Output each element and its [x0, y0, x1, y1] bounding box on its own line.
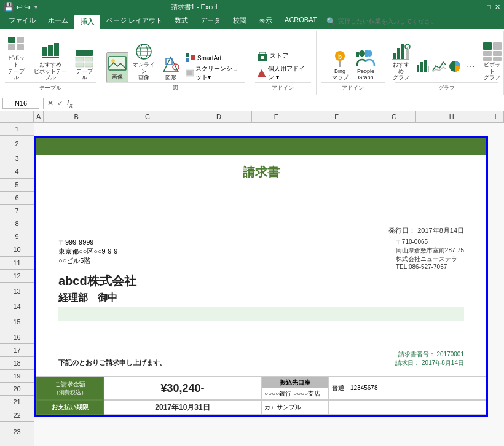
- amount-value: ¥30,240-: [104, 377, 261, 400]
- row-header-18[interactable]: 18: [0, 357, 34, 370]
- ribbon: ファイル ホーム 挿入 ページ レイアウト 数式 データ 校閲 表示 ACROB…: [0, 14, 504, 95]
- col-header-b[interactable]: B: [44, 111, 109, 122]
- doc-title: 請求書: [36, 155, 486, 186]
- svg-rect-1: [17, 37, 24, 43]
- svg-rect-39: [397, 48, 400, 59]
- ribbon-search-input[interactable]: [336, 18, 434, 25]
- col-header-a[interactable]: A: [34, 111, 44, 122]
- recommended-pivot-button[interactable]: おすすめピボットテーブル: [30, 41, 71, 82]
- row-header-8[interactable]: 8: [0, 217, 34, 230]
- maximize-button[interactable]: □: [487, 3, 491, 11]
- function-icon[interactable]: fx: [67, 98, 73, 109]
- svg-rect-53: [483, 51, 492, 56]
- recommended-pivot-icon: [41, 42, 60, 61]
- row-header-17[interactable]: 17: [0, 344, 34, 357]
- illustrations-group-label: 図: [106, 82, 245, 92]
- screenshot-label: スクリーンショット▾: [195, 65, 243, 82]
- smartart-button[interactable]: SmartArt: [184, 53, 245, 63]
- sheet-body: 1 2 3 4 5 6 7 8 9 10 11 12 13 14 15 16 1…: [0, 123, 504, 446]
- row-header-11[interactable]: 11: [0, 257, 34, 270]
- store-button[interactable]: ストア: [255, 50, 311, 62]
- tab-page-layout[interactable]: ページ レイアウト: [100, 14, 168, 29]
- row-header-23[interactable]: 23: [0, 422, 34, 443]
- sender-tel: TEL:086-527-7057: [396, 264, 464, 270]
- shape-icon: [161, 55, 181, 74]
- row-header-3[interactable]: 3: [0, 152, 34, 165]
- my-addin-button[interactable]: 個人用アドイン ▾: [255, 64, 311, 82]
- bank-name: ○○○○銀行 ○○○○支店: [262, 388, 328, 399]
- pie-chart-button[interactable]: [447, 59, 462, 74]
- bar-chart-button[interactable]: [415, 59, 430, 74]
- row-header-22[interactable]: 22: [0, 409, 34, 422]
- tab-data[interactable]: データ: [194, 14, 227, 29]
- row-header-12[interactable]: 12: [0, 270, 34, 283]
- undo-icon[interactable]: ↩: [16, 2, 23, 12]
- svg-rect-25: [191, 55, 195, 60]
- svg-rect-46: [420, 62, 423, 72]
- bing-map-button[interactable]: b Bingマップ: [328, 47, 352, 83]
- row-header-10[interactable]: 10: [0, 243, 34, 256]
- shape-label: 図形: [165, 74, 176, 81]
- screenshot-button[interactable]: スクリーンショット▾: [184, 64, 245, 82]
- pivot-chart-button[interactable]: ピボットグラフ: [481, 41, 504, 82]
- col-header-c[interactable]: C: [109, 111, 186, 122]
- svg-rect-13: [109, 57, 126, 70]
- tab-formula[interactable]: 数式: [168, 14, 194, 29]
- tab-home[interactable]: ホーム: [42, 14, 74, 29]
- row-header-7[interactable]: 7: [0, 205, 34, 217]
- row-header-13[interactable]: 13: [0, 283, 34, 300]
- table-button[interactable]: テーブル: [73, 47, 95, 83]
- svg-rect-5: [48, 45, 53, 56]
- invoice-no-line: 請求書番号： 20170001: [395, 350, 464, 359]
- cell-reference-input[interactable]: [2, 98, 39, 109]
- close-button[interactable]: ✕: [495, 3, 500, 11]
- col-header-g[interactable]: G: [372, 111, 416, 122]
- minimize-button[interactable]: ─: [479, 3, 484, 11]
- row-header-20[interactable]: 20: [0, 383, 34, 396]
- tab-view[interactable]: 表示: [253, 14, 278, 29]
- save-icon[interactable]: 💾: [4, 2, 14, 12]
- row-header-16[interactable]: 16: [0, 331, 34, 344]
- tab-review[interactable]: 校閲: [227, 14, 253, 29]
- shape-button[interactable]: 図形: [160, 53, 182, 82]
- cancel-formula-icon[interactable]: ✕: [47, 99, 53, 108]
- row-header-2[interactable]: 2: [0, 136, 34, 152]
- row-header-1[interactable]: 1: [0, 123, 34, 136]
- row-header-15[interactable]: 15: [0, 313, 34, 331]
- row-header-24[interactable]: 24: [0, 442, 34, 446]
- bank-name2: カ）サンプル: [261, 400, 329, 415]
- more-chart-button[interactable]: ⋯: [463, 59, 478, 74]
- svg-rect-37: [365, 50, 368, 57]
- tab-acrobat[interactable]: ACROBAT: [278, 14, 323, 29]
- tab-insert[interactable]: 挿入: [74, 15, 100, 29]
- row-header-9[interactable]: 9: [0, 230, 34, 243]
- confirm-formula-icon[interactable]: ✓: [57, 99, 63, 108]
- row-header-14[interactable]: 14: [0, 300, 34, 313]
- svg-rect-55: [483, 57, 492, 61]
- ribbon-groups: ピボットテーブル おすすめピボットテーブル テーブル: [0, 31, 504, 95]
- online-image-button[interactable]: オンライン画像: [131, 41, 157, 82]
- row-header-21[interactable]: 21: [0, 396, 34, 409]
- line-chart-button[interactable]: [431, 59, 446, 74]
- ribbon-group-illustrations: 画像 オンライン画像 図形: [101, 31, 250, 95]
- col-header-e[interactable]: E: [252, 111, 301, 122]
- col-header-d[interactable]: D: [186, 111, 252, 122]
- row-header-6[interactable]: 6: [0, 192, 34, 205]
- row-header-5[interactable]: 5: [0, 179, 34, 192]
- people-graph-button[interactable]: PeopleGraph: [354, 47, 377, 83]
- col-header-i[interactable]: I: [487, 111, 504, 122]
- bing-map-icon: b: [330, 49, 350, 68]
- formula-input[interactable]: [75, 100, 502, 107]
- recommended-chart-icon: ✓: [392, 42, 411, 61]
- col-header-h[interactable]: H: [416, 111, 487, 122]
- pivot-table-button[interactable]: ピボットテーブル: [5, 34, 27, 82]
- image-button[interactable]: 画像: [106, 52, 128, 82]
- row-header-4[interactable]: 4: [0, 165, 34, 178]
- tab-file[interactable]: ファイル: [2, 14, 42, 29]
- svg-rect-23: [186, 53, 189, 57]
- redo-icon[interactable]: ↪: [24, 2, 31, 12]
- recommended-chart-button[interactable]: ✓ おすすめグラフ: [390, 41, 413, 82]
- col-header-f[interactable]: F: [301, 111, 372, 122]
- row-header-19[interactable]: 19: [0, 370, 34, 383]
- title-bar: 💾 ↩ ↪ ▾ 請求書1 - Excel ─ □ ✕: [0, 0, 504, 14]
